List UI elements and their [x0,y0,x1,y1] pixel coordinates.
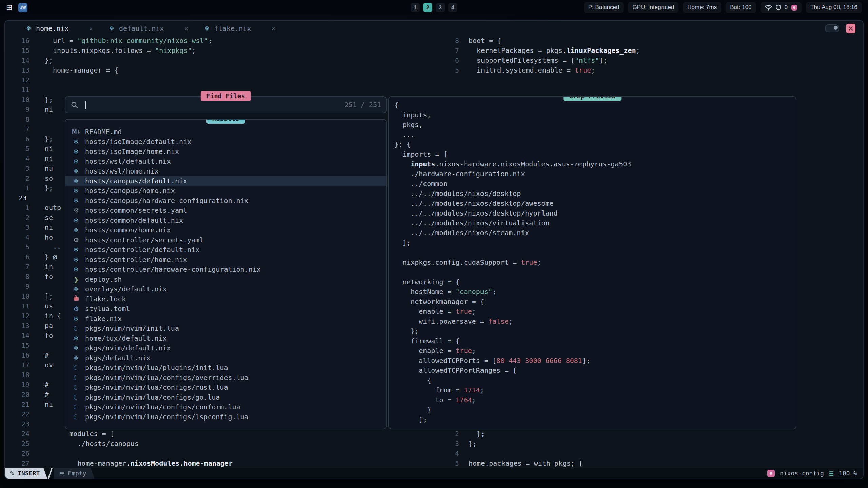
module-gpu[interactable]: GPU: Integrated [628,2,678,13]
wifi-icon[interactable] [765,5,772,11]
shield-icon[interactable] [776,4,781,11]
file-result[interactable]: ☾pkgs/nvim/nvim/lua/configs/rust.lua [65,382,386,392]
file-name: README.md [85,128,122,136]
window-close-button[interactable]: × [846,24,855,33]
module-power-profile[interactable]: P: Balanced [584,2,624,13]
file-result[interactable]: ❄flake.nix [65,313,386,323]
line-number: 16 [5,350,29,360]
tab-close-icon[interactable]: × [184,25,188,32]
preview-line: ../../modules/nixos/desktop [389,189,796,199]
tab-close-icon[interactable]: × [89,25,93,32]
nix-icon: ❄ [72,256,81,263]
preview-line: { [389,100,796,110]
tabbar-controls: × [825,24,863,33]
preview-line: ../common [389,179,796,189]
module-ping[interactable]: Home: 7ms [683,2,721,13]
results-title: Results [206,119,245,124]
find-files-popup[interactable]: Find Files 251 / 251 [65,96,387,113]
file-result[interactable]: M↓README.md [65,127,386,137]
tab-home-nix[interactable]: ❄ home.nix × [18,21,101,36]
line-number: 20 [5,390,29,400]
preview-line: ]; [389,415,796,425]
file-result[interactable]: ❄hosts/common/home.nix [65,225,386,235]
screencast-icon[interactable] [791,5,797,11]
powerline-separator [48,468,53,479]
lua-icon: ☾ [72,413,81,421]
toml-icon: ⚙ [72,305,81,312]
nix-icon: ❄ [72,246,81,253]
file-result[interactable]: ❄hosts/controller/default.nix [65,245,386,255]
workspace-1[interactable]: 1 [411,3,420,12]
line-number: 18 [5,370,29,380]
preview-panel: Grep Preview { inputs, pkgs, ...}: { imp… [388,96,796,429]
code-line: 5 initrd.systemd.enable = true; [5,65,863,75]
toggle-switch[interactable] [825,24,839,32]
file-result[interactable]: ❄hosts/canopus/hardware-configuration.ni… [65,196,386,205]
line-number: 11 [5,301,29,311]
file-result[interactable]: ❄hosts/canopus/home.nix [65,186,386,196]
file-result[interactable]: ⚙hosts/common/secrets.yaml [65,205,386,215]
line-number: 13 [5,321,29,331]
file-name: flake.lock [85,295,126,303]
preview-line: from = 1714; [389,385,796,395]
file-result[interactable]: flake.lock [65,294,386,304]
file-result[interactable]: ☾pkgs/nvim/nvim/lua/plugins/init.lua [65,363,386,372]
line-number: 7 [435,46,459,56]
line-number: 3 [435,439,459,449]
line-number: 12 [5,311,29,321]
line-number: 1 [5,183,29,193]
nix-icon: ❄ [72,226,81,234]
file-result[interactable]: ❄overlays/default.nix [65,284,386,294]
file-result[interactable]: ❄hosts/wsl/home.nix [65,166,386,176]
tab-flake-nix[interactable]: ❄ flake.nix × [196,21,283,36]
notification-count[interactable]: 0 [785,4,788,11]
nix-icon: ❄ [72,266,81,273]
workspace-3[interactable]: 3 [436,3,445,12]
line-number: 11 [5,85,29,95]
topbar: ⊞ JW 1234 P: Balanced GPU: Integrated Ho… [0,0,868,15]
nix-icon: ❄ [72,138,81,145]
buffer-icon: ▤ [59,470,64,477]
code-line: 3}; [5,439,863,449]
module-battery[interactable]: Bat: 100 [726,2,756,13]
file-result[interactable]: ❄hosts/controller/hardware-configuration… [65,264,386,274]
file-result[interactable]: ❄hosts/wsl/default.nix [65,156,386,166]
code-line: 7 kernelPackages = pkgs.linuxPackages_ze… [5,46,863,56]
file-result[interactable]: ❄pkgs/default.nix [65,353,386,363]
file-result[interactable]: ❄hosts/isoImage/home.nix [65,146,386,156]
file-result[interactable]: ❄hosts/isoImage/default.nix [65,137,386,146]
file-result[interactable]: ⚙stylua.toml [65,304,386,313]
file-result[interactable]: ☾pkgs/nvim/nvim/lua/configs/overrides.lu… [65,372,386,382]
file-name: overlays/default.nix [85,285,167,293]
system-tray[interactable]: 0 [761,2,802,13]
file-name: pkgs/nvim/nvim/lua/configs/go.lua [85,393,220,401]
file-result[interactable]: ⚙hosts/controller/secrets.yaml [65,235,386,245]
file-result[interactable]: ❄hosts/controller/home.nix [65,255,386,264]
file-name: pkgs/nvim/nvim/lua/configs/conform.lua [85,403,240,411]
topbar-left: ⊞ JW [6,3,27,12]
pencil-icon: ✎ [9,470,14,477]
file-result[interactable]: ❄hosts/common/default.nix [65,215,386,225]
apps-grid-icon[interactable]: ⊞ [6,4,12,11]
file-name: pkgs/nvim/nvim/init.lua [85,324,179,332]
file-result[interactable]: ☾pkgs/nvim/nvim/init.lua [65,323,386,333]
file-result[interactable]: ☾pkgs/nvim/nvim/lua/configs/lspconfig.lu… [65,412,386,422]
file-name: home/tux/default.nix [85,334,167,342]
logo-badge[interactable]: JW [18,3,27,12]
file-name: pkgs/nvim/nvim/lua/plugins/init.lua [85,364,228,372]
tab-default-nix[interactable]: ❄ default.nix × [101,21,196,36]
preview-line: enable = true; [389,307,796,317]
file-result[interactable]: ❄hosts/canopus/default.nix [65,176,386,186]
file-result[interactable]: ☾pkgs/nvim/nvim/lua/configs/go.lua [65,392,386,402]
preview-line: networking = { [389,277,796,287]
line-number: 4 [435,449,459,459]
tab-close-icon[interactable]: × [271,25,275,32]
file-result[interactable]: ☾pkgs/nvim/nvim/lua/configs/conform.lua [65,402,386,412]
file-result[interactable]: ❄home/tux/default.nix [65,333,386,343]
file-result[interactable]: ❯deploy.sh [65,274,386,284]
file-result[interactable]: ❄pkgs/nvim/default.nix [65,343,386,353]
clock[interactable]: Thu Aug 08, 18:16 [806,2,862,13]
workspace-2[interactable]: 2 [423,3,432,12]
preview-line: ../../modules/nixos/steam.nix [389,228,796,238]
workspace-4[interactable]: 4 [448,3,457,12]
